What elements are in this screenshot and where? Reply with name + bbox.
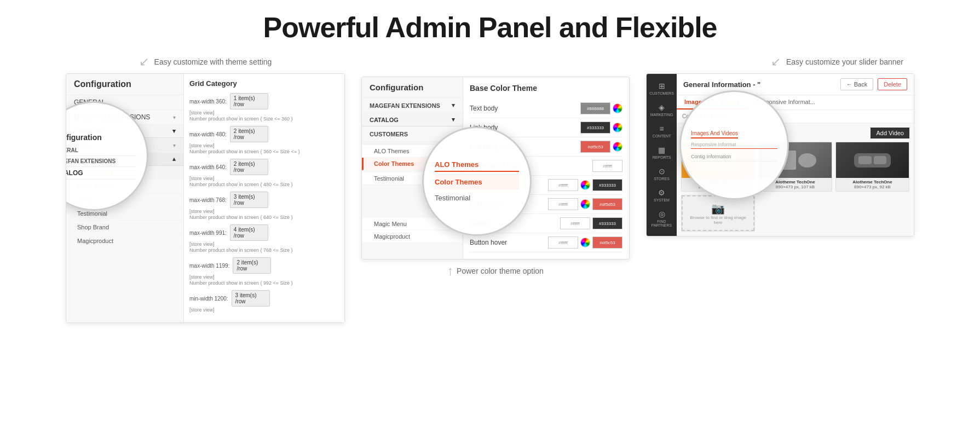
circle-left-catalog: CATALOG [66,167,136,180]
arrow-middle-icon: ↑ [447,264,453,278]
middle-caption-area: ↑ Power color theme option [447,264,544,278]
middle-content-title: Base Color Theme [470,84,622,93]
left-magicproduct[interactable]: Magicproduct [66,234,183,248]
delete-button[interactable]: Delete [878,78,907,90]
circle-overlay-right: Images And Videos Responsive Informat Co… [679,90,789,200]
circle3-tab1[interactable]: Images And Videos [691,129,738,138]
row-480: max-width 480: 2 item(s) /row [store vie… [189,126,339,154]
nav-marketing[interactable]: ◈ MARKETING [648,100,676,120]
mid-catalog-row[interactable]: CATALOG ▾ [362,113,463,126]
right-header: General Information - " ← Back Delete [677,74,914,95]
panels-row: ↙ Easy customize with theme setting Conf… [0,49,980,328]
color-text-body: Text body #888888 [470,99,622,118]
left-config-title: Configuration [66,74,183,95]
left-caption-area: ↙ Easy customize with theme setting [139,55,272,69]
row-991: max-width 991: 4 item(s) /row [store vie… [189,224,339,253]
nav-find-partners[interactable]: ◎ FIND PARTNERS [648,206,676,230]
right-left-nav: ⊞ CUSTOMERS ◈ MARKETING ≡ CONTENT ▦ [647,74,677,236]
circle-overlay-middle: ALO Themes Color Themes Testimonial [422,126,532,236]
image-item-placeholder[interactable]: 📷 Browse to find or drag image here [681,195,755,232]
circle-mid-item3: Testimonial [435,192,519,204]
right-panel-column: ↙ Easy customize your slider banner Imag… [646,55,914,236]
middle-config-title: Configuration [362,77,463,98]
row-1199: max-width 1199: 2 item(s) /row [store vi… [189,257,339,286]
page-wrapper: Powerful Admin Panel and Flexible ↙ Easy… [0,0,980,433]
middle-panel-column: ALO Themes Color Themes Testimonial Conf… [361,55,630,278]
left-screenshot: Configuration GENERAL MAGEFAN EXTENSIONS… [66,73,345,323]
left-shop-brand[interactable]: Shop Brand [66,221,183,234]
circle-left-magefan: MAGEFAN EXTENSIONS [66,156,136,167]
page-title: Powerful Admin Panel and Flexible [0,11,980,44]
left-caption-text: Easy customize with theme setting [154,57,272,66]
circle-left-title: Configuration [66,133,136,142]
middle-caption-text: Power color theme option [457,267,544,275]
right-header-title: General Information - " [683,80,760,89]
circle3-tab2[interactable]: Responsive Informat [691,142,777,149]
row-640: max-width 640: 2 item(s) /row [store vie… [189,159,339,187]
row-1200: min-width 1200: 3 item(s) /row [store vi… [189,290,339,313]
nav-content[interactable]: ≡ CONTENT [648,121,676,141]
nav-stores[interactable]: ⊙ STORES [648,164,676,184]
middle-screenshot: ALO Themes Color Themes Testimonial Conf… [361,77,630,259]
circle-middle-content: ALO Themes Color Themes Testimonial [424,128,530,234]
circle3-tabs: Images And Videos [691,129,777,138]
back-button[interactable]: ← Back [840,78,874,90]
left-content-area: Grid Category max-width 360: 1 item(s) /… [184,74,344,322]
row-768: max-width 768: 3 item(s) /row [store vie… [189,192,339,220]
circle-left-general: GENERAL [66,145,136,156]
arrow-right-icon: ↙ [771,55,781,69]
circle-mid-item2: Color Themes [435,175,519,189]
image-info-3: Alotheme TechOne 890×473 px, 92 kB [836,178,909,191]
left-content-title: Grid Category [189,79,339,88]
right-caption-text: Easy customize your slider banner [786,57,903,66]
image-item-3: Alotheme TechOne 890×473 px, 92 kB [835,142,909,192]
arrow-left-icon: ↙ [139,55,149,69]
circle3-config: Contig Information [691,152,777,161]
mid-magefan-row[interactable]: MAGEFAN EXTENSIONS ▾ [362,98,463,113]
right-screenshot: Images And Videos Responsive Informat Co… [646,73,914,236]
mid-magicproduct[interactable]: Magicproduct [362,230,463,243]
right-caption-area: ↙ Easy customize your slider banner [771,55,903,69]
left-panel-column: ↙ Easy customize with theme setting Conf… [66,55,345,323]
row-360: max-width 360: 1 item(s) /row [store vie… [189,93,339,122]
right-header-actions: ← Back Delete [840,78,907,90]
nav-customers[interactable]: ⊞ CUSTOMERS [648,78,676,99]
circle-mid-item1: ALO Themes [435,158,519,172]
color-button-hover: Button hover #ffffff #df5c53 [470,233,622,252]
nav-reports[interactable]: ▦ REPORTS [648,142,676,163]
nav-system[interactable]: ⚙ SYSTEM [648,185,676,205]
add-video-button[interactable]: Add Video [871,128,909,138]
